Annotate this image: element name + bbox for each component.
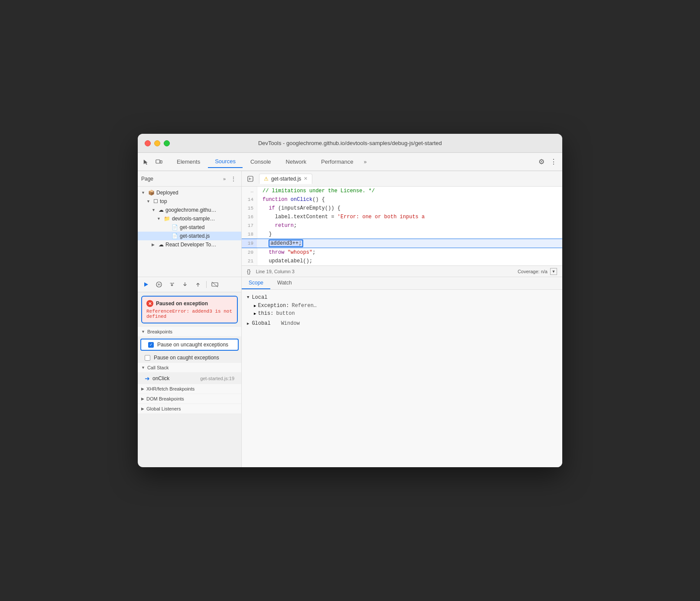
exception-title: ✕ Paused on exception: [146, 300, 233, 307]
scope-key-this: this:: [258, 310, 273, 317]
svg-point-4: [156, 282, 162, 287]
code-view[interactable]: … // limitations under the License. */ 1…: [242, 187, 562, 265]
scope-group-local-header[interactable]: ▼ Local: [243, 293, 561, 302]
cursor-icon[interactable]: [141, 157, 151, 167]
tree-label: get-started.js: [180, 233, 210, 239]
scope-tab-watch[interactable]: Watch: [270, 277, 299, 289]
close-button[interactable]: [145, 140, 151, 146]
line-content: // limitations under the License. */: [257, 187, 562, 195]
tree-label: Deployed: [156, 190, 178, 196]
call-stack-arrow-icon: ▼: [141, 365, 145, 370]
code-line-17: 17 return;: [242, 221, 562, 230]
breakpoints-section-title: Breakpoints: [147, 329, 172, 334]
file-icon: 📄: [172, 224, 178, 230]
tab-icons: [141, 157, 164, 167]
tab-performance[interactable]: Performance: [314, 156, 360, 168]
sidebar-options-icon[interactable]: ⋮: [229, 174, 238, 183]
coverage-toggle[interactable]: ▼: [550, 268, 557, 275]
format-icon[interactable]: {}: [247, 268, 251, 275]
line-number: 17: [242, 221, 257, 230]
tab-close-icon[interactable]: ✕: [304, 176, 308, 181]
scope-global-label: Global: [252, 320, 270, 326]
xhr-arrow-icon: ▶: [141, 387, 144, 391]
scope-global-arrow-icon: ▶: [247, 321, 249, 326]
dom-breakpoints-section-header[interactable]: ▶ DOM Breakpoints: [138, 394, 241, 404]
scope-content: ▼ Local ▶ Exception: Referen… ▶ this: bu…: [242, 290, 562, 333]
breakpoints-section-header[interactable]: ▼ Breakpoints: [138, 327, 241, 337]
deactivate-breakpoints-button[interactable]: [210, 280, 220, 289]
scope-global-value: Window: [281, 320, 300, 326]
more-menu-icon[interactable]: ⋮: [548, 157, 559, 167]
traffic-lights: [145, 140, 170, 146]
editor-area: ⚠ get-started.js ✕ … // limitations unde…: [242, 171, 562, 277]
tab-elements[interactable]: Elements: [170, 156, 207, 168]
xhr-breakpoints-section-header[interactable]: ▶ XHR/fetch Breakpoints: [138, 384, 241, 394]
tab-console[interactable]: Console: [243, 156, 278, 168]
window-title: DevTools - googlechrome.github.io/devtoo…: [258, 140, 442, 146]
tree-item-devtools-samples[interactable]: ▼ 📁 devtools-sample…: [138, 214, 241, 223]
tab-network[interactable]: Network: [279, 156, 314, 168]
sidebar-page-label: Page: [141, 176, 223, 182]
minimize-button[interactable]: [154, 140, 160, 146]
scope-panel: Scope Watch ▼ Local ▶ Exception: Referen…: [242, 277, 562, 467]
call-stack-section-title: Call Stack: [147, 365, 169, 370]
line-number: …: [242, 187, 257, 195]
line-number: 16: [242, 213, 257, 221]
step-over-button[interactable]: [167, 280, 177, 289]
exception-icon: ✕: [146, 300, 153, 307]
main-content: Page » ⋮ ▼ 📦 Deployed ▼ ☐ top: [138, 171, 562, 277]
pause-button[interactable]: [154, 280, 164, 289]
debugger-toolbar: [138, 277, 241, 292]
resume-button[interactable]: [141, 280, 151, 289]
pause-caught-checkbox[interactable]: Pause on caught exceptions: [138, 352, 241, 363]
global-listeners-section-header[interactable]: ▶ Global Listeners: [138, 404, 241, 414]
pause-uncaught-checkbox[interactable]: Pause on uncaught exceptions: [141, 339, 238, 350]
code-line-14: 14 function onClick() {: [242, 195, 562, 204]
tree-item-get-started-js[interactable]: 📄 get-started.js: [138, 232, 241, 240]
svg-rect-1: [160, 161, 162, 163]
js-file-icon: 📄: [172, 233, 178, 239]
sidebar-more-button[interactable]: »: [223, 176, 226, 181]
device-icon[interactable]: [154, 157, 164, 167]
line-content: return;: [257, 221, 562, 230]
step-out-button[interactable]: [193, 280, 203, 289]
tree-item-googlechrome[interactable]: ▼ ☁ googlechrome.githu…: [138, 206, 241, 214]
bottom-panel: ✕ Paused on exception ReferenceError: ad…: [138, 277, 562, 467]
file-tab-get-started-js[interactable]: ⚠ get-started.js ✕: [259, 174, 312, 184]
line-content: label.textContent = 'Error: one or both …: [257, 213, 562, 221]
exception-notice: ✕ Paused on exception ReferenceError: ad…: [141, 296, 238, 323]
deployed-icon: 📦: [148, 190, 155, 196]
scope-item-exception[interactable]: ▶ Exception: Referen…: [243, 302, 561, 310]
tree-item-get-started[interactable]: 📄 get-started: [138, 223, 241, 232]
maximize-button[interactable]: [164, 140, 170, 146]
scope-tab-scope[interactable]: Scope: [242, 277, 270, 289]
line-number: 14: [242, 195, 257, 204]
top-icon: ☐: [153, 198, 158, 204]
call-stack-item-onlick[interactable]: ➜ onClick get-started.js:19: [138, 373, 241, 384]
scope-local-label: Local: [252, 294, 267, 300]
line-content: updateLabel();: [257, 257, 562, 265]
tree-label: top: [160, 198, 167, 204]
breakpoints-arrow-icon: ▼: [141, 330, 145, 334]
scope-item-this[interactable]: ▶ this: button: [243, 310, 561, 317]
tree-label: get-started: [180, 224, 204, 230]
line-number: 20: [242, 248, 257, 257]
scope-group-global-header[interactable]: ▶ Global Window: [243, 319, 561, 328]
scope-value-this: button: [276, 310, 295, 317]
call-stack-section-header[interactable]: ▼ Call Stack: [138, 363, 241, 373]
tree-arrow: ▼: [152, 208, 157, 212]
tree-item-deployed[interactable]: ▼ 📦 Deployed: [138, 188, 241, 197]
code-line: … // limitations under the License. */: [242, 187, 562, 195]
tab-sources[interactable]: Sources: [208, 155, 243, 168]
line-number: 19: [242, 239, 257, 248]
line-content: addend3++;: [257, 239, 562, 248]
tab-more-button[interactable]: »: [361, 157, 369, 167]
step-into-button[interactable]: [180, 280, 190, 289]
scope-group-local: ▼ Local ▶ Exception: Referen… ▶ this: bu…: [243, 293, 561, 317]
tree-item-top[interactable]: ▼ ☐ top: [138, 197, 241, 206]
tree-item-react-devtools[interactable]: ▶ ☁ React Developer To…: [138, 240, 241, 249]
settings-icon[interactable]: ⚙: [535, 156, 548, 168]
folder-icon: 📁: [164, 216, 170, 222]
line-content: throw "whoops";: [257, 248, 562, 257]
editor-back-icon[interactable]: [245, 174, 256, 184]
